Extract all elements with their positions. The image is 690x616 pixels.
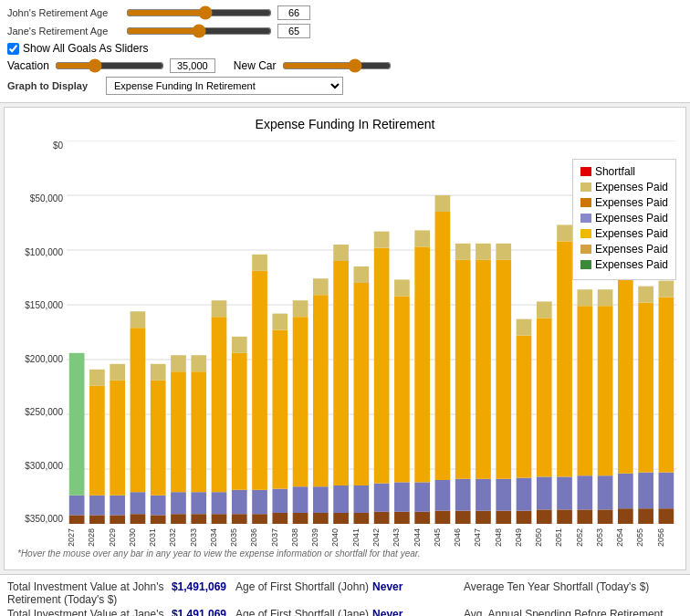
bar-segment[interactable] — [435, 511, 451, 524]
bar-segment[interactable] — [131, 492, 146, 514]
bar-segment[interactable] — [414, 482, 430, 511]
bar-segment[interactable] — [537, 301, 552, 318]
bar-segment[interactable] — [191, 355, 206, 371]
bar-segment[interactable] — [496, 479, 511, 511]
bar-segment[interactable] — [151, 364, 166, 381]
bar-segment[interactable] — [110, 364, 125, 381]
bar-segment[interactable] — [89, 386, 105, 496]
bar-segment[interactable] — [618, 508, 633, 524]
bar-segment[interactable] — [333, 485, 349, 513]
bar-segment[interactable] — [435, 195, 451, 212]
bar-segment[interactable] — [598, 289, 613, 306]
bar-segment[interactable] — [374, 512, 390, 524]
bar-segment[interactable] — [131, 328, 146, 492]
bar-segment[interactable] — [313, 486, 329, 513]
new-car-slider[interactable] — [282, 59, 392, 72]
bar-segment[interactable] — [577, 289, 592, 306]
bar-segment[interactable] — [435, 480, 451, 511]
bar-segment[interactable] — [496, 260, 511, 479]
bar-segment[interactable] — [252, 514, 267, 524]
bar-segment[interactable] — [232, 514, 247, 524]
bar-segment[interactable] — [212, 317, 227, 492]
bar-segment[interactable] — [293, 300, 308, 317]
bar-segment[interactable] — [659, 508, 674, 524]
bar-segment[interactable] — [414, 512, 430, 524]
bar-segment[interactable] — [272, 330, 288, 489]
bar-segment[interactable] — [212, 300, 227, 317]
bar-segment[interactable] — [374, 484, 390, 512]
bar-segment[interactable] — [638, 303, 653, 473]
bar-segment[interactable] — [89, 515, 105, 524]
bar-segment[interactable] — [110, 381, 125, 496]
bar-segment[interactable] — [110, 515, 125, 524]
bar-segment[interactable] — [394, 482, 410, 511]
bar-segment[interactable] — [455, 244, 471, 260]
johns-retirement-slider[interactable] — [126, 6, 272, 19]
bar-segment[interactable] — [131, 514, 146, 524]
bar-segment[interactable] — [131, 311, 146, 328]
bar-segment[interactable] — [638, 287, 653, 303]
bar-segment[interactable] — [638, 473, 653, 509]
bar-segment[interactable] — [638, 508, 653, 524]
bar-segment[interactable] — [272, 513, 288, 524]
bar-segment[interactable] — [272, 314, 288, 330]
bar-segment[interactable] — [191, 492, 206, 514]
bar-segment[interactable] — [455, 511, 471, 524]
bar-segment[interactable] — [354, 485, 370, 513]
bar-segment[interactable] — [191, 514, 206, 524]
bar-segment[interactable] — [293, 317, 308, 486]
bar-segment[interactable] — [618, 474, 633, 508]
bar-segment[interactable] — [517, 336, 532, 478]
bar-segment[interactable] — [476, 479, 491, 511]
bar-segment[interactable] — [517, 319, 532, 336]
bar-segment[interactable] — [374, 232, 390, 248]
bar-segment[interactable] — [537, 318, 552, 476]
bar-segment[interactable] — [151, 515, 166, 524]
bar-segment[interactable] — [659, 298, 674, 473]
bar-segment[interactable] — [151, 381, 166, 496]
bar-segment[interactable] — [537, 509, 552, 524]
bar-segment[interactable] — [171, 371, 186, 492]
bar-segment[interactable] — [171, 355, 186, 371]
bar-segment[interactable] — [333, 513, 349, 524]
bar-segment[interactable] — [414, 246, 430, 482]
bar-segment[interactable] — [374, 248, 390, 484]
bar-segment[interactable] — [313, 278, 329, 295]
bar-segment[interactable] — [577, 475, 592, 509]
bar-segment[interactable] — [557, 476, 572, 509]
bar-segment[interactable] — [659, 473, 674, 509]
bar-segment[interactable] — [598, 475, 613, 509]
bar-segment[interactable] — [293, 513, 308, 524]
bar-segment[interactable] — [557, 224, 572, 241]
bar-segment[interactable] — [476, 244, 491, 260]
bar-segment[interactable] — [517, 511, 532, 524]
bar-segment[interactable] — [598, 306, 613, 475]
janes-retirement-slider[interactable] — [126, 25, 272, 37]
bar-segment[interactable] — [354, 283, 370, 485]
bar-segment[interactable] — [313, 513, 329, 524]
bar-segment[interactable] — [496, 244, 511, 260]
bar-segment[interactable] — [476, 511, 491, 524]
bar-segment[interactable] — [232, 337, 247, 353]
bar-segment[interactable] — [394, 279, 410, 296]
bar-segment[interactable] — [476, 260, 491, 479]
bar-segment[interactable] — [414, 230, 430, 246]
bar-segment[interactable] — [577, 306, 592, 475]
bar-segment[interactable] — [598, 509, 613, 524]
bar-segment[interactable] — [252, 490, 267, 514]
bar-segment[interactable] — [110, 496, 125, 516]
bar-segment[interactable] — [496, 511, 511, 524]
bar-segment[interactable] — [293, 486, 308, 513]
bar-segment[interactable] — [89, 370, 105, 386]
bar-segment[interactable] — [354, 513, 370, 524]
bar-segment[interactable] — [252, 271, 267, 490]
show-goals-checkbox[interactable] — [7, 43, 19, 55]
bar-segment[interactable] — [171, 492, 186, 514]
bar-segment[interactable] — [394, 512, 410, 524]
bar-segment[interactable] — [455, 260, 471, 479]
bar-segment[interactable] — [69, 515, 85, 524]
bar-segment[interactable] — [659, 281, 674, 298]
bar-segment[interactable] — [232, 353, 247, 490]
bar-segment[interactable] — [252, 255, 267, 271]
bar-segment[interactable] — [272, 489, 288, 513]
